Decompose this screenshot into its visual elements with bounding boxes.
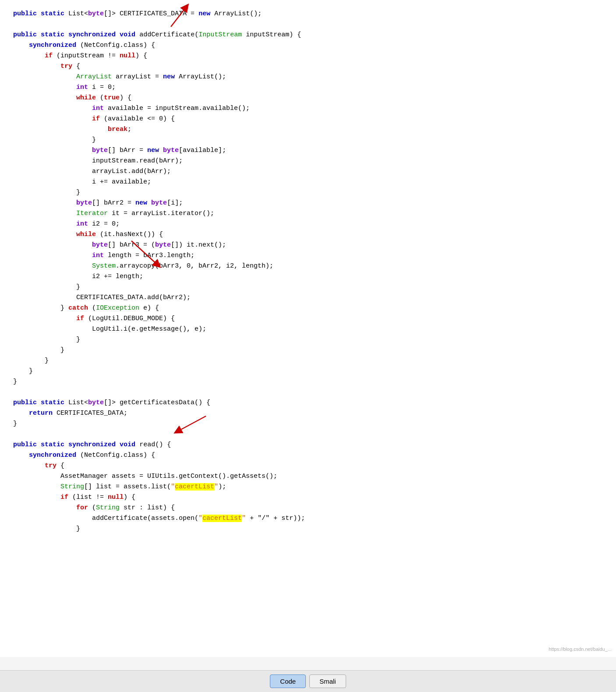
code-line-blank-1 [13, 19, 603, 30]
code-line-2: public static synchronized void addCerti… [13, 30, 603, 40]
code-line-16: i += available; [13, 177, 603, 187]
code-line-blank-3 [13, 429, 603, 440]
code-line-30: LogUtil.i(e.getMessage(), e); [13, 324, 603, 335]
code-line-21: while (it.hasNext()) { [13, 229, 603, 240]
code-line-46: addCertificate(assets.open("cacertList" … [13, 513, 603, 524]
code-line-12: } [13, 135, 603, 145]
code-line-23: int length = bArr3.length; [13, 251, 603, 261]
code-line-17: } [13, 187, 603, 198]
code-line-11: break; [13, 124, 603, 135]
code-line-43: String[] list = assets.list("cacertList"… [13, 482, 603, 492]
code-line-18: byte[] bArr2 = new byte[i]; [13, 198, 603, 208]
code-line-20: int i2 = 0; [13, 219, 603, 229]
code-line-31: } [13, 335, 603, 345]
code-line-22: byte[] bArr3 = (byte[]) it.next(); [13, 240, 603, 251]
code-line-1: public static List<byte[]> CERTIFICATES_… [13, 9, 603, 19]
code-line-47: } [13, 524, 603, 534]
code-container: public static List<byte[]> CERTIFICATES_… [0, 0, 616, 657]
code-line-4: if (inputStream != null) { [13, 51, 603, 61]
code-line-7: int i = 0; [13, 82, 603, 93]
code-line-10: if (available <= 0) { [13, 114, 603, 124]
code-line-38: } [13, 419, 603, 429]
code-line-41: try { [13, 461, 603, 471]
code-line-14: inputStream.read(bArr); [13, 156, 603, 166]
code-line-6: ArrayList arrayList = new ArrayList(); [13, 72, 603, 82]
code-line-36: public static List<byte[]> getCertificat… [13, 398, 603, 408]
bottom-toolbar: Code Smali [0, 670, 616, 692]
code-tab-button[interactable]: Code [270, 674, 306, 688]
code-line-3: synchronized (NetConfig.class) { [13, 40, 603, 51]
watermark-text: https://blog.csdn.net/baidu_... [549, 646, 612, 653]
code-line-35: } [13, 377, 603, 387]
smali-tab-button[interactable]: Smali [309, 674, 346, 688]
code-line-blank-2 [13, 387, 603, 398]
code-line-45: for (String str : list) { [13, 503, 603, 513]
code-line-37: return CERTIFICATES_DATA; [13, 408, 603, 419]
code-line-19: Iterator it = arrayList.iterator(); [13, 208, 603, 219]
code-line-24: System.arraycopy(bArr3, 0, bArr2, i2, le… [13, 261, 603, 272]
code-line-29: if (LogUtil.DEBUG_MODE) { [13, 314, 603, 324]
code-line-25: i2 += length; [13, 272, 603, 282]
code-line-42: AssetManager assets = UIUtils.getContext… [13, 471, 603, 482]
code-line-40: synchronized (NetConfig.class) { [13, 450, 603, 461]
code-line-28: } catch (IOException e) { [13, 303, 603, 314]
code-line-33: } [13, 356, 603, 366]
code-line-39: public static synchronized void read() { [13, 440, 603, 450]
code-line-34: } [13, 366, 603, 377]
code-line-5: try { [13, 61, 603, 72]
code-line-32: } [13, 345, 603, 356]
code-line-8: while (true) { [13, 93, 603, 103]
code-line-15: arrayList.add(bArr); [13, 166, 603, 177]
code-line-26: } [13, 282, 603, 293]
code-line-9: int available = inputStream.available(); [13, 103, 603, 114]
code-line-44: if (list != null) { [13, 492, 603, 503]
code-line-13: byte[] bArr = new byte[available]; [13, 145, 603, 156]
code-line-27: CERTIFICATES_DATA.add(bArr2); [13, 293, 603, 303]
